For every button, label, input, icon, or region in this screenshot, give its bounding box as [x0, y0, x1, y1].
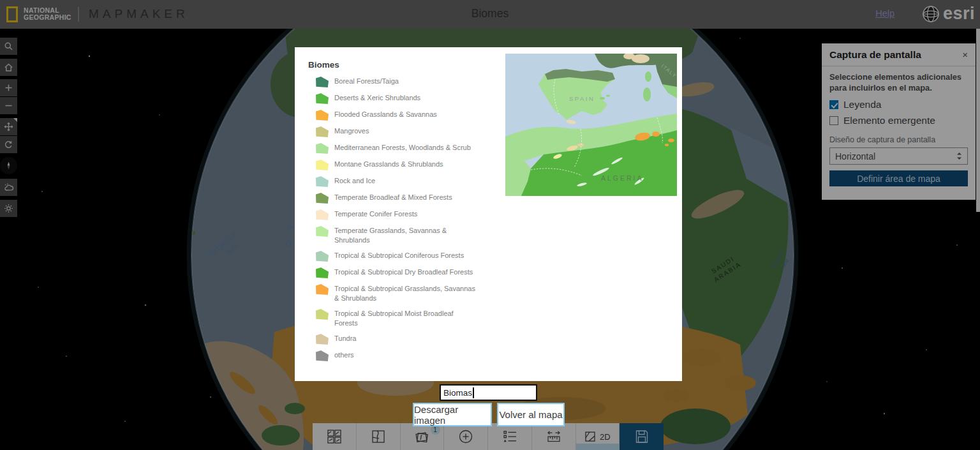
filename-value: Biomas	[443, 388, 472, 398]
legend-item-label: Montane Grasslands & Shrublands	[334, 160, 478, 170]
legend-title: Biomes	[308, 60, 339, 70]
legend-item: Mediterranean Forests, Woodlands & Scrub	[316, 143, 478, 154]
legend-item: Tropical & Subtropical Coniferous Forest…	[316, 251, 478, 262]
legend-item: Temperate Grasslands, Savannas & Shrubla…	[316, 226, 478, 245]
legend-item: Mangroves	[316, 126, 478, 137]
legend-item-label: Temperate Conifer Forests	[334, 209, 478, 220]
legend-swatch	[316, 110, 329, 121]
legend-item: Deserts & Xeric Shrublands	[316, 93, 478, 104]
legend-swatch	[316, 284, 329, 295]
legend-item: Flooded Grasslands & Savannas	[316, 110, 478, 121]
legend-item-label: Deserts & Xeric Shrublands	[334, 93, 478, 104]
legend-swatch	[316, 176, 329, 187]
legend-item-label: Tropical & Subtropical Coniferous Forest…	[334, 251, 478, 262]
legend-item: Montane Grasslands & Shrublands	[316, 160, 478, 170]
legend-swatch	[316, 160, 329, 170]
legend-swatch	[316, 309, 329, 320]
legend-item-label: Tropical & Subtropical Dry Broadleaf For…	[334, 267, 478, 278]
legend-swatch	[316, 267, 329, 278]
capture-preview-modal: Biomes Boreal Forests/TaigaDeserts & Xer…	[295, 47, 682, 381]
legend-item-label: others	[334, 350, 478, 361]
legend-swatch	[316, 226, 329, 237]
legend-item-label: Mediterranean Forests, Woodlands & Scrub	[334, 143, 478, 154]
legend-swatch	[316, 77, 329, 87]
legend-item: Tropical & Subtropical Moist Broadleaf F…	[316, 309, 478, 328]
back-to-map-button[interactable]: Volver al mapa	[497, 403, 565, 426]
legend-item-label: Temperate Grasslands, Savannas & Shrubla…	[334, 226, 478, 245]
preview-spain-label: SPAIN	[569, 95, 595, 102]
legend-item: others	[316, 350, 478, 361]
legend-swatch	[316, 143, 329, 154]
map-preview-image: SPAIN ALGERIA ITALY	[505, 54, 677, 196]
download-image-button[interactable]: Descargar imagen	[413, 403, 492, 426]
app-window: Sargasso Sea A O SAUDI ARABIA Arabian Se…	[0, 0, 980, 450]
preview-algeria-label: ALGERIA	[601, 174, 644, 182]
legend-item-label: Mangroves	[334, 126, 478, 137]
legend-item: Temperate Conifer Forests	[316, 209, 478, 220]
filename-input[interactable]: Biomas	[440, 384, 537, 401]
legend-swatch	[316, 126, 329, 137]
legend-item-label: Temperate Broadleaf & Mixed Forests	[334, 193, 478, 204]
legend-item: Rock and Ice	[316, 176, 478, 187]
legend-items: Boreal Forests/TaigaDeserts & Xeric Shru…	[316, 77, 478, 367]
text-caret	[473, 387, 474, 398]
legend-item-label: Tundra	[334, 334, 478, 345]
legend-swatch	[316, 93, 329, 104]
legend-swatch	[316, 251, 329, 262]
legend-item: Temperate Broadleaf & Mixed Forests	[316, 193, 478, 204]
legend-swatch	[316, 334, 329, 345]
legend-item-label: Tropical & Subtropical Grasslands, Savan…	[334, 284, 478, 303]
legend-item: Tundra	[316, 334, 478, 345]
legend-item: Tropical & Subtropical Grasslands, Savan…	[316, 284, 478, 303]
legend-swatch	[316, 350, 329, 361]
legend-item-label: Tropical & Subtropical Moist Broadleaf F…	[334, 309, 478, 328]
legend-item-label: Rock and Ice	[334, 176, 478, 187]
legend-swatch	[316, 193, 329, 204]
legend-item: Boreal Forests/Taiga	[316, 77, 478, 87]
legend-item-label: Boreal Forests/Taiga	[334, 77, 478, 87]
legend-item-label: Flooded Grasslands & Savannas	[334, 110, 478, 121]
legend-item: Tropical & Subtropical Dry Broadleaf For…	[316, 267, 478, 278]
legend-swatch	[316, 209, 329, 220]
